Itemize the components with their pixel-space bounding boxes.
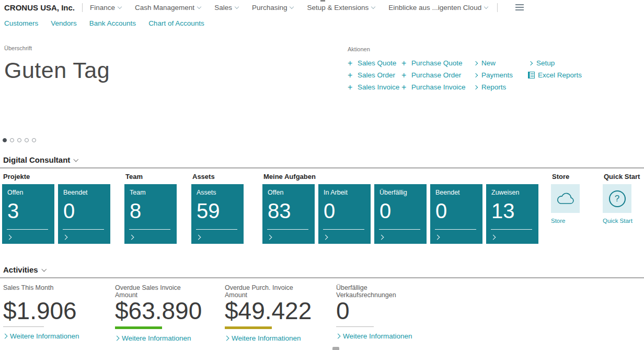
- menu-item-intelligent-cloud[interactable]: Einblicke aus ...igenten Cloud: [388, 4, 488, 12]
- chevron-down-icon: [235, 5, 239, 9]
- tile-divider: [63, 229, 104, 230]
- cropped-artifact: [320, 0, 325, 2]
- actions-column-purchase: +Purchase Quote +Purchase Order +Purchas…: [401, 57, 473, 93]
- chevron-down-icon: [484, 5, 488, 9]
- carousel-dot[interactable]: [32, 138, 36, 142]
- action-purchase-invoice[interactable]: +Purchase Invoice: [401, 81, 473, 93]
- kpi-value[interactable]: 0: [336, 300, 435, 323]
- actions-column-sales: +Sales Quote +Sales Order +Sales Invoice: [348, 57, 401, 93]
- nav-link-customers[interactable]: Customers: [4, 19, 38, 27]
- actions-section: Aktionen +Sales Quote +Sales Order +Sale…: [348, 46, 582, 93]
- action-payments[interactable]: Payments: [473, 69, 528, 81]
- kpi-indicator-bar: [336, 326, 374, 327]
- menu-icon[interactable]: [513, 2, 526, 13]
- question-icon: ?: [609, 190, 626, 207]
- tile-aufgaben-beendet[interactable]: Beendet 0: [430, 184, 482, 244]
- action-purchase-order[interactable]: +Purchase Order: [401, 69, 473, 81]
- excel-report-icon: [528, 72, 535, 78]
- plus-icon: +: [348, 71, 354, 80]
- chevron-right-icon: [7, 235, 12, 240]
- store-group: Store Store: [551, 173, 580, 224]
- chevron-down-icon: [74, 157, 78, 162]
- menu-item-cash-management[interactable]: Cash Management: [135, 4, 201, 12]
- tile-group-assets: Assets Assets 59: [191, 173, 244, 244]
- carousel-dot[interactable]: [10, 138, 14, 142]
- quick-start-group: Quick Start ? Quick Start: [603, 173, 640, 224]
- role-center-header[interactable]: Digital Consultant: [0, 155, 644, 168]
- tile-group-team: Team Team 8: [124, 173, 177, 244]
- kpi-more-info-link[interactable]: Weitere Informationen: [336, 332, 435, 340]
- chevron-right-icon: [267, 235, 272, 240]
- tile-divider: [129, 229, 170, 230]
- store-header: Store: [552, 173, 580, 180]
- plus-icon: +: [348, 83, 354, 92]
- plus-icon: +: [401, 83, 408, 92]
- action-purchase-quote[interactable]: +Purchase Quote: [401, 57, 473, 69]
- role-center-title: Digital Consultant: [3, 155, 70, 164]
- plus-icon: +: [401, 71, 408, 80]
- kpi-value[interactable]: $63.890: [115, 300, 214, 323]
- kpi-more-info-link[interactable]: Weitere Informationen: [3, 332, 102, 340]
- tile-team[interactable]: Team 8: [124, 184, 177, 244]
- nav-link-bank-accounts[interactable]: Bank Accounts: [89, 19, 136, 27]
- chevron-right-icon: [323, 235, 328, 240]
- tile-divider: [435, 229, 476, 230]
- menu-item-setup-extensions[interactable]: Setup & Extensions: [307, 4, 375, 12]
- tile-group-label: Team: [125, 173, 177, 180]
- store-link[interactable]: Store: [551, 218, 580, 224]
- action-setup[interactable]: Setup: [528, 57, 582, 69]
- action-sales-invoice[interactable]: +Sales Invoice: [348, 81, 401, 93]
- activities-header[interactable]: Activities: [0, 265, 644, 278]
- kpi-overdue-purchase-invoice: Overdue Purch. Invoice Amount $49.422 We…: [225, 284, 324, 342]
- carousel-dot[interactable]: [25, 138, 29, 142]
- company-name[interactable]: CRONUS USA, Inc.: [4, 3, 75, 12]
- tile-divider: [7, 229, 48, 230]
- chevron-right-icon: [3, 333, 8, 338]
- carousel-dot[interactable]: [17, 138, 21, 142]
- kpi-sales-this-month: Sales This Month $1.906 Weitere Informat…: [3, 284, 102, 340]
- action-excel-reports[interactable]: Excel Reports: [528, 69, 582, 81]
- chevron-down-icon: [371, 5, 375, 9]
- quick-start-link[interactable]: Quick Start: [603, 218, 640, 224]
- tile-group-label: Meine Aufgaben: [263, 173, 538, 180]
- business-central-home: CRONUS USA, Inc. Finance Cash Management…: [0, 0, 644, 350]
- nav-link-chart-of-accounts[interactable]: Chart of Accounts: [148, 19, 204, 27]
- tile-aufgaben-zuweisen[interactable]: Zuweisen 13: [486, 184, 538, 244]
- tile-projekte-offen[interactable]: Offen 3: [2, 184, 54, 244]
- top-navigation: CRONUS USA, Inc. Finance Cash Management…: [0, 0, 644, 15]
- tile-aufgaben-in-arbeit[interactable]: In Arbeit 0: [318, 184, 371, 244]
- nav-link-vendors[interactable]: Vendors: [51, 19, 77, 27]
- tile-divider: [323, 229, 364, 230]
- tile-divider: [491, 229, 532, 230]
- menu-item-purchasing[interactable]: Purchasing: [252, 4, 294, 12]
- menu-item-finance[interactable]: Finance: [90, 4, 121, 12]
- kpi-more-info-link[interactable]: Weitere Informationen: [115, 334, 214, 342]
- kpi-value[interactable]: $1.906: [3, 300, 102, 323]
- chevron-right-icon: [474, 61, 478, 65]
- action-sales-quote[interactable]: +Sales Quote: [348, 57, 401, 69]
- menu-item-sales[interactable]: Sales: [214, 4, 238, 12]
- chevron-right-icon: [379, 235, 384, 240]
- chevron-down-icon: [41, 267, 46, 272]
- actions-column-menus: New Payments Reports: [473, 57, 528, 93]
- action-sales-order[interactable]: +Sales Order: [348, 69, 401, 81]
- kpi-indicator-bar: [225, 326, 272, 329]
- tile-assets[interactable]: Assets 59: [191, 184, 244, 244]
- chevron-right-icon: [336, 333, 341, 338]
- carousel-pagination: [3, 138, 36, 142]
- quick-start-button[interactable]: ?: [603, 184, 631, 213]
- kpi-more-info-link[interactable]: Weitere Informationen: [225, 334, 324, 342]
- nav-divider: [82, 3, 83, 12]
- tile-aufgaben-offen[interactable]: Offen 83: [262, 184, 315, 244]
- greeting-caption: Überschrift: [4, 45, 110, 51]
- tile-aufgaben-ueberfaellig[interactable]: Überfällig 0: [374, 184, 427, 244]
- action-new[interactable]: New: [473, 57, 528, 69]
- tile-group-label: Projekte: [3, 173, 110, 180]
- kpi-value[interactable]: $49.422: [225, 300, 324, 323]
- kpi-overdue-sales-invoice: Overdue Sales Invoice Amount $63.890 Wei…: [115, 284, 214, 342]
- tile-projekte-beendet[interactable]: Beendet 0: [58, 184, 110, 244]
- action-reports[interactable]: Reports: [473, 81, 528, 93]
- store-button[interactable]: [551, 184, 580, 213]
- carousel-dot-active[interactable]: [3, 138, 7, 142]
- cloud-icon: [556, 192, 576, 206]
